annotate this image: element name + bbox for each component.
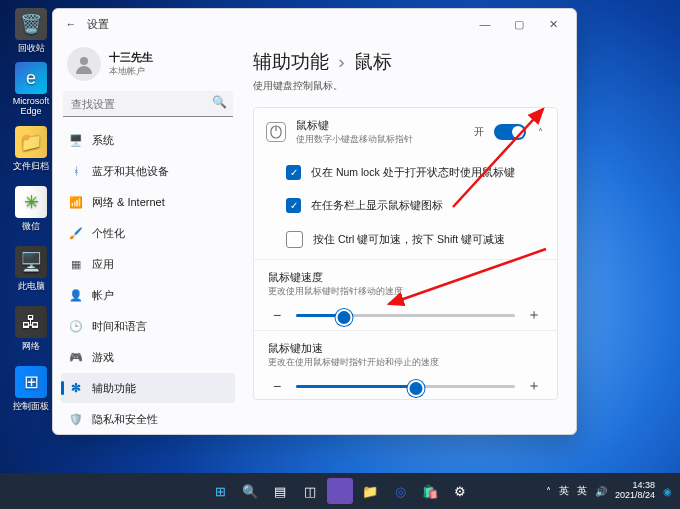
desktop-icon-network[interactable]: 🖧网络: [6, 306, 56, 353]
user-sub: 本地帐户: [109, 65, 153, 78]
time-icon: 🕒: [69, 319, 83, 333]
speed-desc: 更改使用鼠标键时指针移动的速度: [268, 285, 543, 298]
settings-window: ← 设置 — ▢ ✕ 十三先生 本地帐户 🔍: [52, 8, 577, 435]
desktop-icon-wechat[interactable]: ✳︎微信: [6, 186, 56, 233]
sidebar-item-label: 时间和语言: [92, 319, 147, 334]
file-explorer[interactable]: 📁: [357, 478, 383, 504]
accel-title: 鼠标键加速: [268, 341, 543, 356]
taskbar-search[interactable]: 🔍: [237, 478, 263, 504]
back-button[interactable]: ←: [59, 12, 83, 36]
sidebar-item-网络 & Internet[interactable]: 📶网络 & Internet: [61, 187, 235, 217]
close-button[interactable]: ✕: [536, 9, 570, 39]
shield-icon: 🛡️: [69, 412, 83, 426]
titlebar: ← 设置 — ▢ ✕: [53, 9, 576, 39]
mouse-keys-desc: 使用数字小键盘移动鼠标指针: [296, 133, 413, 146]
breadcrumb-parent[interactable]: 辅助功能: [253, 51, 329, 72]
mouse-keys-option[interactable]: ✓仅在 Num lock 处于打开状态时使用鼠标键: [254, 156, 557, 189]
sidebar-item-应用[interactable]: ▦应用: [61, 249, 235, 279]
desktop: 🗑️回收站 eMicrosoft Edge 📁文件归档 ✳︎微信 🖥️此电脑 🖧…: [0, 0, 680, 509]
avatar: [67, 47, 101, 81]
taskbar-center: ⊞ 🔍 ▤ ◫ 📁 ◎ 🛍️ ⚙: [207, 478, 473, 504]
chevron-up-icon[interactable]: ˄: [536, 127, 545, 138]
task-view[interactable]: ▤: [267, 478, 293, 504]
sidebar-item-帐户[interactable]: 👤帐户: [61, 280, 235, 310]
sidebar-item-时间和语言[interactable]: 🕒时间和语言: [61, 311, 235, 341]
nav-list: 🖥️系统ᚼ蓝牙和其他设备📶网络 & Internet🖌️个性化▦应用👤帐户🕒时间…: [61, 125, 235, 434]
speed-section: 鼠标键速度 更改使用鼠标键时指针移动的速度 − ＋: [254, 262, 557, 328]
mouse-keys-card: 鼠标键 使用数字小键盘移动鼠标指针 开 ˄ ✓仅在 Num lock 处于打开状…: [253, 107, 558, 400]
svg-point-0: [80, 57, 88, 65]
sidebar-item-label: 个性化: [92, 226, 125, 241]
checkbox[interactable]: ✓: [286, 165, 301, 180]
widgets[interactable]: ◫: [297, 478, 323, 504]
desktop-icon-recycle[interactable]: 🗑️回收站: [6, 8, 56, 55]
chevron-right-icon: ›: [338, 51, 344, 72]
search-input[interactable]: [63, 91, 233, 117]
minimize-button[interactable]: —: [468, 9, 502, 39]
volume-icon[interactable]: 🔊: [595, 486, 607, 497]
plus-button[interactable]: ＋: [525, 377, 543, 395]
search-box[interactable]: 🔍: [63, 91, 233, 117]
speed-track[interactable]: [296, 314, 515, 317]
window-title: 设置: [87, 17, 109, 32]
mouse-keys-option[interactable]: 按住 Ctrl 键可加速，按下 Shift 键可减速: [254, 222, 557, 257]
minus-button[interactable]: −: [268, 306, 286, 324]
account-icon: 👤: [69, 288, 83, 302]
option-label: 仅在 Num lock 处于打开状态时使用鼠标键: [311, 166, 515, 180]
desktop-icon-thispc[interactable]: 🖥️此电脑: [6, 246, 56, 293]
mouse-keys-header[interactable]: 鼠标键 使用数字小键盘移动鼠标指针 开 ˄: [254, 108, 557, 156]
option-label: 在任务栏上显示鼠标键图标: [311, 199, 443, 213]
desktop-icon-control[interactable]: ⊞控制面板: [6, 366, 56, 413]
wifi-icon: 📶: [69, 195, 83, 209]
toggle-state-label: 开: [474, 125, 484, 139]
user-block[interactable]: 十三先生 本地帐户: [61, 43, 235, 91]
sidebar-item-系统[interactable]: 🖥️系统: [61, 125, 235, 155]
clock-date: 2021/8/24: [615, 491, 655, 501]
sidebar-item-label: 辅助功能: [92, 381, 136, 396]
accel-section: 鼠标键加速 更改在使用鼠标键时指针开始和停止的速度 − ＋: [254, 333, 557, 399]
sidebar-item-label: 网络 & Internet: [92, 195, 165, 210]
checkbox[interactable]: ✓: [286, 198, 301, 213]
tray-chevron[interactable]: ˄: [546, 486, 551, 497]
sidebar: 十三先生 本地帐户 🔍 🖥️系统ᚼ蓝牙和其他设备📶网络 & Internet🖌️…: [53, 39, 243, 434]
start-button[interactable]: ⊞: [207, 478, 233, 504]
breadcrumb: 辅助功能 › 鼠标: [253, 49, 558, 75]
notifications-icon[interactable]: ◉: [663, 486, 672, 497]
sidebar-item-label: 帐户: [92, 288, 114, 303]
game-icon: 🎮: [69, 350, 83, 364]
mouse-keys-toggle[interactable]: [494, 124, 526, 140]
clock[interactable]: 14:38 2021/8/24: [615, 481, 655, 501]
brush-icon: 🖌️: [69, 226, 83, 240]
ime-indicator[interactable]: 英: [559, 484, 569, 498]
speed-slider[interactable]: − ＋: [268, 306, 543, 324]
page-subtitle: 使用键盘控制鼠标。: [253, 79, 558, 93]
sidebar-item-辅助功能[interactable]: ✻辅助功能: [61, 373, 235, 403]
desktop-icon-folder[interactable]: 📁文件归档: [6, 126, 56, 173]
sidebar-item-个性化[interactable]: 🖌️个性化: [61, 218, 235, 248]
edge-taskbar[interactable]: ◎: [387, 478, 413, 504]
checkbox[interactable]: [286, 231, 303, 248]
sidebar-item-隐私和安全性[interactable]: 🛡️隐私和安全性: [61, 404, 235, 434]
main-pane: 辅助功能 › 鼠标 使用键盘控制鼠标。 鼠标键 使用数字小键盘移动鼠标指针 开: [243, 39, 576, 434]
apps-icon: ▦: [69, 257, 83, 271]
sidebar-item-label: 游戏: [92, 350, 114, 365]
desktop-icon-edge[interactable]: eMicrosoft Edge: [6, 62, 56, 116]
plus-button[interactable]: ＋: [525, 306, 543, 324]
store[interactable]: 🛍️: [417, 478, 443, 504]
accessibility-icon: ✻: [69, 381, 83, 395]
ime-extra[interactable]: 英: [577, 484, 587, 498]
minus-button[interactable]: −: [268, 377, 286, 395]
accel-track[interactable]: [296, 385, 515, 388]
settings-taskbar[interactable]: ⚙: [447, 478, 473, 504]
maximize-button[interactable]: ▢: [502, 9, 536, 39]
accel-slider[interactable]: − ＋: [268, 377, 543, 395]
taskbar-app[interactable]: [327, 478, 353, 504]
sidebar-item-label: 隐私和安全性: [92, 412, 158, 427]
mouse-keys-title: 鼠标键: [296, 118, 413, 133]
sidebar-item-蓝牙和其他设备[interactable]: ᚼ蓝牙和其他设备: [61, 156, 235, 186]
tray: ˄ 英 英 🔊 14:38 2021/8/24 ◉: [546, 481, 680, 501]
mouse-keys-option[interactable]: ✓在任务栏上显示鼠标键图标: [254, 189, 557, 222]
accel-desc: 更改在使用鼠标键时指针开始和停止的速度: [268, 356, 543, 369]
breadcrumb-current: 鼠标: [354, 51, 392, 72]
sidebar-item-游戏[interactable]: 🎮游戏: [61, 342, 235, 372]
